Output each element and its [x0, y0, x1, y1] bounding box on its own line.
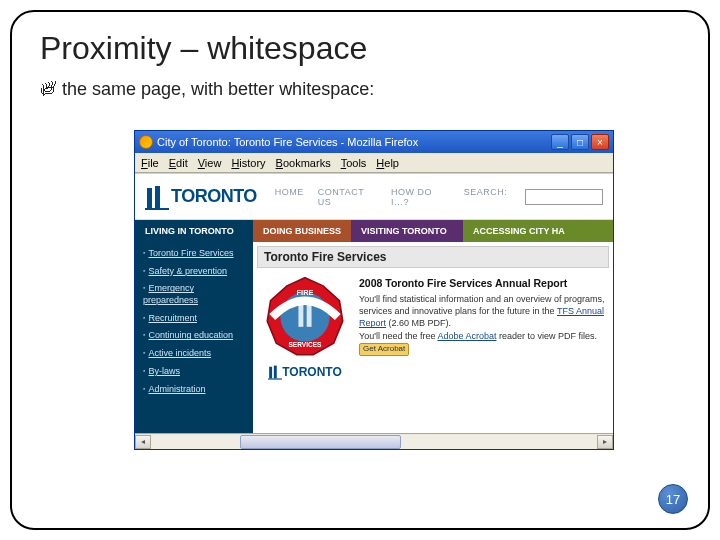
svg-rect-8 — [269, 367, 272, 379]
menu-file[interactable]: File — [141, 157, 159, 169]
city-hall-icon — [268, 364, 282, 380]
sidebar-item[interactable]: Safety & prevention — [143, 266, 245, 278]
tab-visiting[interactable]: VISITING TORONTO — [351, 220, 463, 242]
svg-rect-2 — [145, 208, 169, 210]
search-input[interactable] — [525, 189, 603, 205]
tab-doing[interactable]: DOING BUSINESS — [253, 220, 351, 242]
browser-window: City of Toronto: Toronto Fire Services -… — [134, 130, 614, 450]
menu-history[interactable]: History — [231, 157, 265, 169]
firefox-icon — [139, 135, 153, 149]
menu-help[interactable]: Help — [376, 157, 399, 169]
horizontal-scrollbar[interactable]: ◂ ▸ — [135, 433, 613, 449]
maximize-button[interactable]: □ — [571, 134, 589, 150]
tab-accessing[interactable]: ACCESSING CITY HA — [463, 220, 613, 242]
sidebar-item[interactable]: Recruitment — [143, 313, 245, 325]
bullet-text: the same page, with better whitespace: — [62, 79, 374, 100]
article: FIRE SERVICES TORONTO — [253, 272, 613, 384]
window-title: City of Toronto: Toronto Fire Services -… — [157, 136, 418, 148]
logo-text: TORONTO — [171, 186, 257, 207]
scroll-thumb[interactable] — [240, 435, 401, 449]
menu-bookmarks[interactable]: Bookmarks — [276, 157, 331, 169]
sidebar-item[interactable]: Active incidents — [143, 348, 245, 360]
article-title: 2008 Toronto Fire Services Annual Report — [359, 276, 607, 290]
svg-rect-10 — [268, 379, 282, 380]
svg-text:FIRE: FIRE — [297, 288, 314, 297]
sidebar-item[interactable]: Emergency preparedness — [143, 283, 245, 306]
sidebar-item[interactable]: Toronto Fire Services — [143, 248, 245, 260]
city-hall-icon — [145, 184, 169, 210]
article-body2: You'll need the free Adobe Acrobat reade… — [359, 330, 607, 356]
fire-services-badge-icon: FIRE SERVICES — [264, 276, 346, 358]
menu-edit[interactable]: Edit — [169, 157, 188, 169]
sidebar-nav: Toronto Fire Services Safety & preventio… — [135, 242, 253, 433]
minimize-button[interactable]: _ — [551, 134, 569, 150]
scroll-left-button[interactable]: ◂ — [135, 435, 151, 449]
sidebar-item[interactable]: Administration — [143, 384, 245, 396]
page-title: Toronto Fire Services — [257, 246, 609, 268]
slide-title: Proximity – whitespace — [12, 12, 708, 73]
sidebar-item[interactable]: By-laws — [143, 366, 245, 378]
nav-howdo[interactable]: HOW DO I…? — [391, 187, 450, 207]
menu-tools[interactable]: Tools — [341, 157, 367, 169]
toronto-logo[interactable]: TORONTO — [145, 184, 257, 210]
get-acrobat-button[interactable]: Get Acrobat — [359, 343, 409, 356]
site-header: TORONTO HOME CONTACT US HOW DO I…? SEARC… — [135, 174, 613, 220]
scroll-track[interactable] — [151, 435, 597, 449]
svg-rect-0 — [147, 188, 152, 208]
page-content: TORONTO HOME CONTACT US HOW DO I…? SEARC… — [135, 173, 613, 449]
nav-contact[interactable]: CONTACT US — [318, 187, 377, 207]
toronto-mini-logo: TORONTO — [268, 364, 342, 380]
tab-living[interactable]: LIVING IN TORONTO — [135, 220, 253, 242]
svg-rect-1 — [155, 186, 160, 208]
sidebar-item[interactable]: Continuing education — [143, 330, 245, 342]
mini-logo-text: TORONTO — [282, 364, 342, 380]
bullet-icon: ༗ — [40, 81, 56, 99]
browser-titlebar[interactable]: City of Toronto: Toronto Fire Services -… — [135, 131, 613, 153]
slide-bullet: ༗ the same page, with better whitespace: — [12, 79, 708, 100]
page-number: 17 — [658, 484, 688, 514]
adobe-acrobat-link[interactable]: Adobe Acrobat — [437, 331, 496, 341]
svg-text:SERVICES: SERVICES — [289, 341, 323, 348]
menu-view[interactable]: View — [198, 157, 222, 169]
nav-search-label: SEARCH: — [464, 187, 508, 207]
tab-bar: LIVING IN TORONTO DOING BUSINESS VISITIN… — [135, 220, 613, 242]
close-button[interactable]: × — [591, 134, 609, 150]
top-nav: HOME CONTACT US HOW DO I…? SEARCH: — [275, 187, 507, 207]
browser-menubar: File Edit View History Bookmarks Tools H… — [135, 153, 613, 173]
scroll-right-button[interactable]: ▸ — [597, 435, 613, 449]
article-body: You'll find statistical information and … — [359, 293, 607, 329]
nav-home[interactable]: HOME — [275, 187, 304, 207]
svg-rect-9 — [274, 366, 277, 379]
